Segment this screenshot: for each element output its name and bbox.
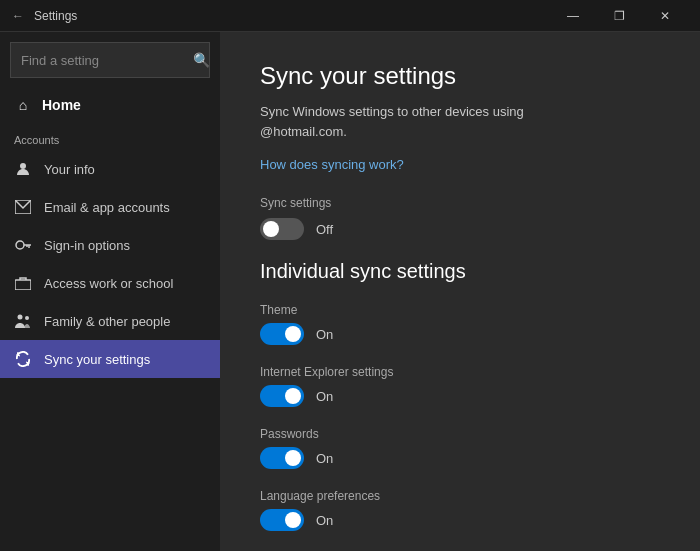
individual-setting-passwords: Passwords On [260,427,660,469]
search-icon: 🔍 [193,52,210,68]
sync-settings-toggle-row: Off [260,218,660,240]
svg-point-8 [25,316,29,320]
sidebar-item-your-info-label: Your info [44,162,95,177]
sidebar-item-sign-in-options[interactable]: Sign-in options [0,226,220,264]
home-icon: ⌂ [14,96,32,114]
toggle-thumb [263,221,279,237]
individual-setting-language: Language preferences On [260,489,660,531]
svg-point-0 [20,163,26,169]
sync-settings-toggle[interactable] [260,218,304,240]
language-toggle-row: On [260,509,660,531]
key-icon [14,236,32,254]
sidebar: 🔍 ⌂ Home Accounts Your info E [0,32,220,551]
passwords-toggle[interactable] [260,447,304,469]
sidebar-item-your-info[interactable]: Your info [0,150,220,188]
toggle-thumb [285,388,301,404]
sidebar-item-access-label: Access work or school [44,276,173,291]
language-toggle-label: On [316,513,333,528]
theme-toggle-label: On [316,327,333,342]
sidebar-item-email-label: Email & app accounts [44,200,170,215]
sidebar-home-button[interactable]: ⌂ Home [0,86,220,124]
individual-setting-ie: Internet Explorer settings On [260,365,660,407]
search-input[interactable] [21,53,189,68]
ie-toggle-row: On [260,385,660,407]
individual-sync-section-title: Individual sync settings [260,260,660,283]
email-icon [14,198,32,216]
restore-button[interactable]: ❐ [596,0,642,32]
theme-toggle[interactable] [260,323,304,345]
toggle-thumb [285,512,301,528]
svg-point-7 [18,315,23,320]
sidebar-item-access-work-school[interactable]: Access work or school [0,264,220,302]
sync-icon [14,350,32,368]
page-title: Sync your settings [260,62,660,90]
ie-setting-label: Internet Explorer settings [260,365,660,379]
back-button[interactable]: ← [12,9,24,23]
sidebar-item-family-other-people[interactable]: Family & other people [0,302,220,340]
sync-description: Sync Windows settings to other devices u… [260,102,660,141]
theme-setting-label: Theme [260,303,660,317]
close-button[interactable]: ✕ [642,0,688,32]
how-syncing-works-link[interactable]: How does syncing work? [260,157,660,172]
ie-toggle[interactable] [260,385,304,407]
language-setting-label: Language preferences [260,489,660,503]
toggle-thumb [285,326,301,342]
sidebar-item-sync-label: Sync your settings [44,352,150,367]
individual-setting-theme: Theme On [260,303,660,345]
titlebar: ← Settings — ❐ ✕ [0,0,700,32]
passwords-toggle-label: On [316,451,333,466]
svg-point-2 [16,241,24,249]
sidebar-item-sync-settings[interactable]: Sync your settings [0,340,220,378]
content-area: Sync your settings Sync Windows settings… [220,32,700,551]
minimize-button[interactable]: — [550,0,596,32]
language-toggle[interactable] [260,509,304,531]
search-box[interactable]: 🔍 [10,42,210,78]
family-icon [14,312,32,330]
home-label: Home [42,97,81,113]
passwords-setting-label: Passwords [260,427,660,441]
sidebar-item-sign-in-label: Sign-in options [44,238,130,253]
window-controls: — ❐ ✕ [550,0,688,32]
ie-toggle-label: On [316,389,333,404]
sidebar-item-email-app-accounts[interactable]: Email & app accounts [0,188,220,226]
sidebar-item-family-label: Family & other people [44,314,170,329]
toggle-thumb [285,450,301,466]
briefcase-icon [14,274,32,292]
passwords-toggle-row: On [260,447,660,469]
accounts-section-label: Accounts [0,124,220,150]
person-icon [14,160,32,178]
theme-toggle-row: On [260,323,660,345]
sync-settings-label: Sync settings [260,196,660,210]
sync-settings-toggle-label: Off [316,222,333,237]
main-layout: 🔍 ⌂ Home Accounts Your info E [0,32,700,551]
svg-rect-6 [15,280,31,290]
window-title: Settings [34,9,77,23]
